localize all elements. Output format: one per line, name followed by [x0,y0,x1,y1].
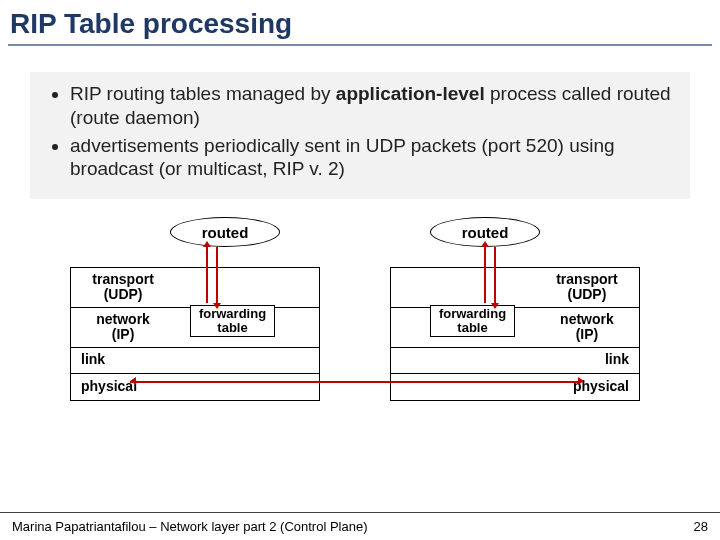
left-transport: transport (UDP) [71,268,175,307]
diagram: routed routed transport (UDP) network (I… [30,217,690,467]
forwarding-table-left: forwarding table [190,305,275,337]
title-underline [8,44,712,46]
arrow-right-down [494,247,496,303]
page-number: 28 [694,519,708,534]
bullet-1-bold: application-level [336,83,485,104]
bullet-2: advertisements periodically sent in UDP … [70,134,674,182]
left-link: link [71,348,115,373]
left-network: network (IP) [71,308,175,347]
bullet-1-pre: RIP routing tables managed by [70,83,336,104]
bullet-2-text: advertisements periodically sent in UDP … [70,135,615,180]
physical-link-arrowhead-right [578,377,584,385]
slide-title: RIP Table processing [0,0,720,44]
right-link: link [411,348,639,373]
bullet-box: RIP routing tables managed by applicatio… [30,72,690,199]
routed-ellipse-left: routed [170,217,280,247]
right-network: network (IP) [535,308,639,347]
arrow-left-down [216,247,218,303]
footer-text: Marina Papatriantafilou – Network layer … [12,519,368,534]
physical-link-arrowhead-left [130,377,136,385]
footer: Marina Papatriantafilou – Network layer … [0,512,720,540]
forwarding-table-right: forwarding table [430,305,515,337]
content-area: RIP routing tables managed by applicatio… [0,52,720,467]
arrow-left-up [206,247,208,303]
right-physical: physical [411,374,639,400]
bullet-1: RIP routing tables managed by applicatio… [70,82,674,130]
right-transport: transport (UDP) [535,268,639,307]
physical-link-line [130,381,580,383]
arrow-right-up [484,247,486,303]
